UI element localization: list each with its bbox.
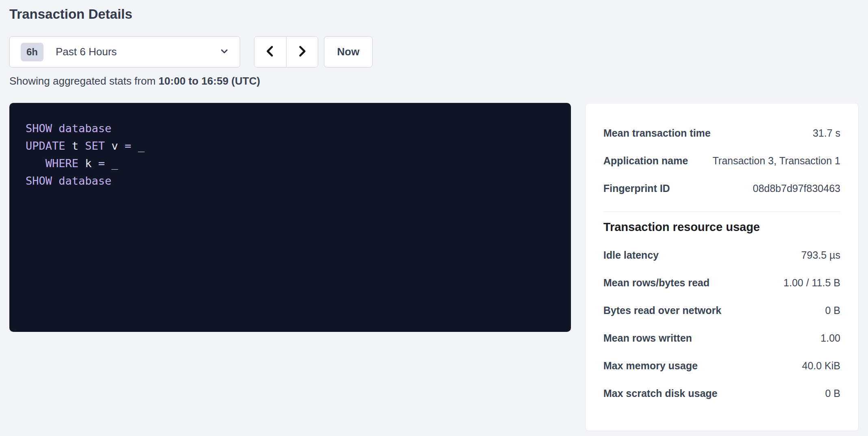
stat-row: Mean transaction time31.7 s xyxy=(603,119,840,147)
sql-line: UPDATE t SET v = _ xyxy=(26,137,555,155)
caption-time-range: 10:00 to 16:59 (UTC) xyxy=(158,75,260,87)
stat-label: Bytes read over network xyxy=(603,305,729,316)
stat-label: Idle latency xyxy=(603,249,667,261)
stat-label: Mean rows written xyxy=(603,332,700,344)
stat-value: 31.7 s xyxy=(813,127,840,139)
stat-row: Application nameTransaction 3, Transacti… xyxy=(603,147,840,174)
stat-row: Fingerprint ID08d8b7d97f830463 xyxy=(603,174,840,202)
sql-statement: SHOW databaseUPDATE t SET v = _ WHERE k … xyxy=(26,120,555,190)
stat-value: 08d8b7d97f830463 xyxy=(753,183,840,194)
stat-row: Max memory usage40.0 KiB xyxy=(603,352,840,379)
stat-row: Idle latency793.5 µs xyxy=(603,241,840,269)
page-title: Transaction Details xyxy=(9,6,859,23)
stat-label: Mean transaction time xyxy=(603,127,719,139)
stat-label: Fingerprint ID xyxy=(603,183,678,194)
chevron-down-icon xyxy=(219,46,230,59)
stat-label: Application name xyxy=(603,155,696,167)
stat-value: 1.00 xyxy=(820,332,840,344)
stat-label: Mean rows/bytes read xyxy=(603,277,718,289)
stat-value: 40.0 KiB xyxy=(802,360,840,372)
now-button[interactable]: Now xyxy=(324,36,373,68)
resource-usage-heading: Transaction resource usage xyxy=(603,219,840,235)
time-range-label: Past 6 Hours xyxy=(56,46,219,58)
sql-statement-box: SHOW databaseUPDATE t SET v = _ WHERE k … xyxy=(9,103,571,332)
stat-row: Mean rows written1.00 xyxy=(603,324,840,352)
time-range-badge: 6h xyxy=(21,43,43,61)
previous-interval-button[interactable] xyxy=(254,37,286,67)
stat-row: Mean rows/bytes read1.00 / 11.5 B xyxy=(603,269,840,296)
stat-row: Bytes read over network0 B xyxy=(603,296,840,324)
stat-value: 793.5 µs xyxy=(801,249,840,261)
time-step-button-group xyxy=(254,36,318,68)
stat-value: 0 B xyxy=(825,305,840,316)
transaction-details-page: Transaction Details 6h Past 6 Hours xyxy=(0,0,868,431)
next-interval-button[interactable] xyxy=(286,37,318,67)
stat-label: Max scratch disk usage xyxy=(603,388,726,399)
caption-prefix: Showing aggregated stats from xyxy=(9,75,158,87)
sql-line: SHOW database xyxy=(26,120,555,137)
stat-value: Transaction 3, Transaction 1 xyxy=(712,155,840,167)
card-divider xyxy=(603,211,840,212)
time-range-select[interactable]: 6h Past 6 Hours xyxy=(9,36,240,68)
sql-line: SHOW database xyxy=(26,172,555,190)
stat-label: Max memory usage xyxy=(603,360,706,372)
aggregated-stats-caption: Showing aggregated stats from 10:00 to 1… xyxy=(9,74,859,88)
stat-value: 1.00 / 11.5 B xyxy=(783,277,840,289)
time-controls: 6h Past 6 Hours xyxy=(9,36,859,68)
chevron-right-icon xyxy=(295,44,309,59)
resource-rows: Idle latency793.5 µsMean rows/bytes read… xyxy=(603,241,840,407)
stat-value: 0 B xyxy=(825,388,840,399)
sql-line: WHERE k = _ xyxy=(26,155,555,172)
stat-row: Max scratch disk usage0 B xyxy=(603,379,840,407)
summary-rows: Mean transaction time31.7 sApplication n… xyxy=(603,119,840,202)
transaction-summary-card: Mean transaction time31.7 sApplication n… xyxy=(585,103,859,431)
chevron-left-icon xyxy=(263,44,277,59)
content-area: SHOW databaseUPDATE t SET v = _ WHERE k … xyxy=(9,103,859,431)
